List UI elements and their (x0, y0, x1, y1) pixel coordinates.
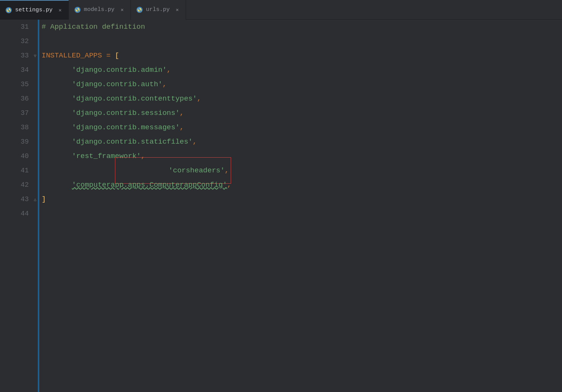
code-line-33: INSTALLED_APPS = [ (38, 48, 562, 63)
code-area: 31 32 33 ▽ 34 35 36 37 38 39 40 41 42 43… (0, 20, 562, 392)
line-37: 37 (0, 106, 38, 120)
active-line-marker (38, 20, 39, 392)
line-num-33: 33 (20, 52, 29, 59)
line-44: 44 (0, 206, 38, 221)
code-line-42: 'computerapp.apps.ComputerappConfig', (38, 178, 562, 192)
svg-rect-7 (78, 9, 79, 12)
comma-42: , (227, 181, 231, 189)
line-32: 32 (0, 34, 38, 48)
tab-urls-label: urls.py (146, 6, 170, 13)
tab-settings-close[interactable]: ✕ (57, 6, 63, 14)
comma-37: , (180, 109, 184, 117)
line-35: 35 (0, 77, 38, 91)
line-38: 38 (0, 120, 38, 135)
space-33a (102, 51, 106, 60)
line-31: 31 (0, 20, 38, 34)
comment-31: # Application definition (42, 23, 145, 31)
tab-settings[interactable]: settings.py ✕ (0, 0, 69, 20)
tab-models[interactable]: models.py ✕ (69, 0, 131, 20)
tab-models-label: models.py (84, 6, 115, 13)
line-num-31: 31 (20, 23, 29, 31)
string-42: 'computerapp.apps.ComputerappConfig' (72, 181, 227, 189)
line-num-36: 36 (20, 95, 29, 102)
code-line-32 (38, 34, 562, 48)
string-35: 'django.contrib.auth' (72, 80, 162, 88)
svg-rect-6 (76, 8, 78, 10)
python-file-icon-3 (136, 6, 143, 13)
line-num-39: 39 (20, 138, 29, 146)
line-34: 34 (0, 63, 38, 77)
fold-open-icon-33[interactable]: ▽ (34, 53, 36, 58)
python-file-icon (5, 7, 12, 14)
code-line-35: 'django.contrib.auth', (38, 77, 562, 91)
line-36: 36 (0, 91, 38, 106)
line-num-41: 41 (20, 167, 29, 174)
empty-44 (42, 209, 46, 218)
comma-41: , (225, 166, 229, 175)
space-33b (110, 51, 115, 60)
equals-33: = (106, 51, 110, 60)
line-33: 33 ▽ (0, 48, 38, 63)
code-line-39: 'django.contrib.staticfiles', (38, 135, 562, 149)
svg-rect-2 (8, 8, 9, 11)
line-num-38: 38 (20, 124, 29, 131)
tab-urls-close[interactable]: ✕ (174, 6, 180, 14)
fold-close-icon-43[interactable]: △ (34, 197, 36, 202)
code-line-41: 'corsheaders', (38, 163, 562, 178)
line-num-42: 42 (20, 181, 29, 189)
string-41: 'corsheaders' (169, 166, 225, 175)
line-num-32: 32 (20, 37, 29, 45)
code-line-38: 'django.contrib.messages', (38, 120, 562, 135)
code-line-31: # Application definition (38, 20, 562, 34)
empty-32 (42, 37, 46, 45)
line-num-44: 44 (20, 210, 29, 217)
svg-rect-3 (9, 10, 10, 12)
line-num-40: 40 (20, 152, 29, 160)
line-num-34: 34 (20, 66, 29, 74)
editor-container: settings.py ✕ models.py ✕ (0, 0, 562, 392)
string-37: 'django.contrib.sessions' (72, 109, 180, 117)
code-line-37: 'django.contrib.sessions', (38, 106, 562, 120)
line-40: 40 (0, 149, 38, 163)
comma-39: , (193, 138, 197, 146)
installed-apps-var: INSTALLED_APPS (42, 51, 102, 60)
svg-rect-11 (140, 9, 141, 12)
code-line-34: 'django.contrib.admin', (38, 63, 562, 77)
tab-bar: settings.py ✕ models.py ✕ (0, 0, 562, 20)
code-line-44 (38, 206, 562, 221)
tab-urls[interactable]: urls.py ✕ (131, 0, 186, 20)
string-39: 'django.contrib.staticfiles' (72, 138, 193, 146)
line-39: 39 (0, 135, 38, 149)
comma-38: , (180, 123, 184, 132)
line-43: 43 △ (0, 192, 38, 206)
string-34: 'django.contrib.admin' (72, 66, 167, 74)
comma-36: , (197, 95, 201, 103)
bracket-open-33: [ (115, 51, 119, 60)
line-number-gutter: 31 32 33 ▽ 34 35 36 37 38 39 40 41 42 43… (0, 20, 38, 392)
code-content[interactable]: # Application definition INSTALLED_APPS … (38, 20, 562, 392)
python-file-icon-2 (74, 6, 81, 13)
string-38: 'django.contrib.messages' (72, 123, 180, 132)
comma-35: , (162, 80, 166, 88)
tab-settings-label: settings.py (15, 7, 53, 13)
code-line-36: 'django.contrib.contenttypes', (38, 91, 562, 106)
line-num-37: 37 (20, 109, 29, 117)
line-num-43: 43 (20, 195, 29, 203)
line-num-35: 35 (20, 81, 29, 88)
tab-models-close[interactable]: ✕ (119, 6, 125, 14)
code-line-43: ] (38, 192, 562, 206)
bracket-close-43: ] (42, 195, 46, 203)
svg-rect-10 (138, 8, 140, 10)
string-36: 'django.contrib.contenttypes' (72, 95, 197, 103)
line-42: 42 (0, 178, 38, 192)
line-41: 41 (0, 163, 38, 178)
comma-34: , (167, 66, 171, 74)
